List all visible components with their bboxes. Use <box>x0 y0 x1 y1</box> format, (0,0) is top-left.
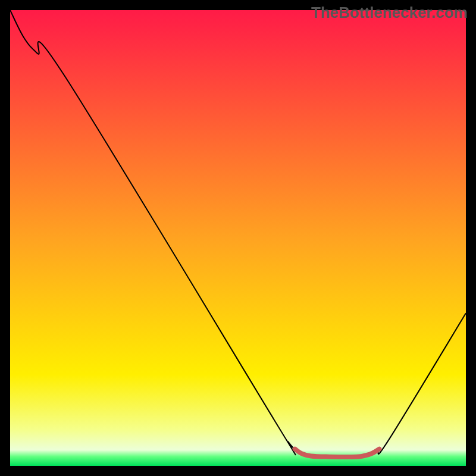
watermark-text: TheBottlenecker.com <box>311 4 468 22</box>
plot-area <box>10 10 466 466</box>
chart-container: TheBottlenecker.com <box>0 0 476 476</box>
gradient-background <box>10 10 466 466</box>
chart-svg <box>10 10 466 466</box>
